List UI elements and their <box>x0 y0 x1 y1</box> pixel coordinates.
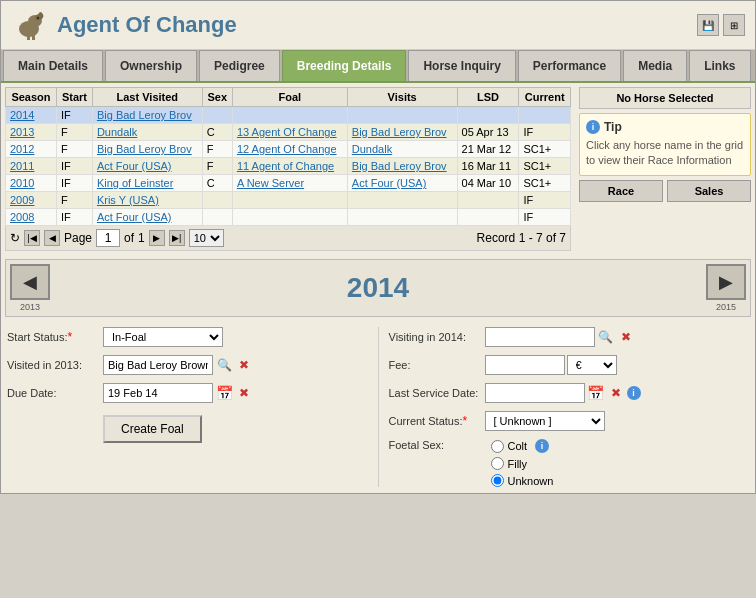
settings-icon-btn[interactable]: ⊞ <box>723 14 745 36</box>
last-page-btn[interactable]: ▶| <box>169 230 185 246</box>
tab-horse-inquiry[interactable]: Horse Inquiry <box>408 50 515 81</box>
foetal-sex-label: Foetal Sex: <box>389 439 479 451</box>
page-label: Page <box>64 231 92 245</box>
visiting-search-icon[interactable]: 🔍 <box>597 328 615 346</box>
info-icon: i <box>586 120 600 134</box>
tab-breeding-details[interactable]: Breeding Details <box>282 50 407 81</box>
svg-rect-4 <box>32 33 35 40</box>
radio-group: Colt i Filly Unknown <box>491 439 554 487</box>
col-season[interactable]: Season <box>6 88 57 107</box>
colt-radio[interactable] <box>491 440 504 453</box>
table-row: 2011IFAct Four (USA)F11 Agent of ChangeB… <box>6 158 571 175</box>
lsd-row: Last Service Date: 📅 ✖ i <box>389 383 750 403</box>
race-btn[interactable]: Race <box>579 180 663 202</box>
lsd-calendar-icon[interactable]: 📅 <box>587 384 605 402</box>
due-date-delete-icon[interactable]: ✖ <box>235 384 253 402</box>
prev-page-btn[interactable]: ◀ <box>44 230 60 246</box>
due-date-label: Due Date: <box>7 387 97 399</box>
grid-header-row: Season Start Last Visited Sex Foal Visit… <box>6 88 571 107</box>
tab-performance[interactable]: Performance <box>518 50 621 81</box>
tab-links[interactable]: Links <box>689 50 750 81</box>
fee-row: Fee: € £ $ <box>389 355 750 375</box>
next-year-label: 2015 <box>716 302 736 312</box>
form-divider <box>378 327 379 487</box>
current-status-select[interactable]: [ Unknown ] IF SC1+ F <box>485 411 605 431</box>
current-year-display: 2014 <box>50 272 706 304</box>
unknown-radio-row: Unknown <box>491 474 554 487</box>
content-area: Season Start Last Visited Sex Foal Visit… <box>1 83 755 255</box>
create-foal-btn[interactable]: Create Foal <box>103 415 202 443</box>
nav-tabs: Main Details Ownership Pedigree Breeding… <box>1 50 755 83</box>
sales-btn[interactable]: Sales <box>667 180 751 202</box>
right-panel: No Horse Selected i Tip Click any horse … <box>575 83 755 255</box>
visiting-delete-icon[interactable]: ✖ <box>617 328 635 346</box>
due-date-input[interactable] <box>103 383 213 403</box>
tab-ownership[interactable]: Ownership <box>105 50 197 81</box>
unknown-label: Unknown <box>508 475 554 487</box>
start-status-row: Start Status:* In-Foal Barren Dead <box>7 327 368 347</box>
per-page-select[interactable]: 10 20 50 <box>189 229 224 247</box>
tab-main-details[interactable]: Main Details <box>3 50 103 81</box>
page-input[interactable] <box>96 229 120 247</box>
col-lsd[interactable]: LSD <box>457 88 519 107</box>
visiting-label: Visiting in 2014: <box>389 331 479 343</box>
colt-label: Colt <box>508 440 528 452</box>
first-page-btn[interactable]: |◀ <box>24 230 40 246</box>
visiting-input[interactable] <box>485 327 595 347</box>
horse-logo-icon <box>11 7 47 43</box>
tab-pedigree[interactable]: Pedigree <box>199 50 280 81</box>
lsd-delete-icon[interactable]: ✖ <box>607 384 625 402</box>
fee-currency-select[interactable]: € £ $ <box>567 355 617 375</box>
current-status-row: Current Status:* [ Unknown ] IF SC1+ F <box>389 411 750 431</box>
no-horse-label: No Horse Selected <box>579 87 751 109</box>
fee-input[interactable] <box>485 355 565 375</box>
calendar-icon[interactable]: 📅 <box>215 384 233 402</box>
foetal-colt-info-icon[interactable]: i <box>535 439 549 453</box>
lsd-info-icon[interactable]: i <box>627 386 641 400</box>
table-row: 2013FDundalkC13 Agent Of ChangeBig Bad L… <box>6 124 571 141</box>
race-sales-btns: Race Sales <box>579 180 751 202</box>
header-icons: 💾 ⊞ <box>697 14 745 36</box>
col-visits[interactable]: Visits <box>347 88 457 107</box>
visited-delete-icon[interactable]: ✖ <box>235 356 253 374</box>
form-left-col: Start Status:* In-Foal Barren Dead Visit… <box>7 327 368 487</box>
lsd-input[interactable] <box>485 383 585 403</box>
main-container: Agent Of Change 💾 ⊞ Main Details Ownersh… <box>0 0 756 494</box>
current-status-label: Current Status:* <box>389 414 479 428</box>
year-nav: ◀ 2013 2014 ▶ 2015 <box>5 259 751 317</box>
fee-group: € £ $ <box>485 355 617 375</box>
table-row: 2014IFBig Bad Leroy Brov <box>6 107 571 124</box>
col-sex[interactable]: Sex <box>202 88 232 107</box>
record-count: Record 1 - 7 of 7 <box>477 231 566 245</box>
next-year-btn[interactable]: ▶ <box>706 264 746 300</box>
lsd-group: 📅 ✖ i <box>485 383 641 403</box>
col-last-visited[interactable]: Last Visited <box>92 88 202 107</box>
visited-search-icon[interactable]: 🔍 <box>215 356 233 374</box>
filly-radio[interactable] <box>491 457 504 470</box>
visiting-group: 🔍 ✖ <box>485 327 635 347</box>
save-icon-btn[interactable]: 💾 <box>697 14 719 36</box>
table-row: 2008IFAct Four (USA)IF <box>6 209 571 226</box>
fee-label: Fee: <box>389 359 479 371</box>
prev-year-btn[interactable]: ◀ <box>10 264 50 300</box>
tip-box: i Tip Click any horse name in the grid t… <box>579 113 751 176</box>
col-current[interactable]: Current <box>519 88 571 107</box>
next-page-btn[interactable]: ▶ <box>149 230 165 246</box>
visited-group: 🔍 ✖ <box>103 355 253 375</box>
col-start[interactable]: Start <box>56 88 92 107</box>
unknown-radio[interactable] <box>491 474 504 487</box>
foetal-sex-group: Colt i Filly Unknown <box>485 439 554 487</box>
start-status-group: In-Foal Barren Dead <box>103 327 223 347</box>
tab-media[interactable]: Media <box>623 50 687 81</box>
start-status-label: Start Status:* <box>7 330 97 344</box>
visited-label: Visited in 2013: <box>7 359 97 371</box>
col-foal[interactable]: Foal <box>232 88 347 107</box>
colt-radio-row: Colt i <box>491 439 554 453</box>
visited-input[interactable] <box>103 355 213 375</box>
start-status-select[interactable]: In-Foal Barren Dead <box>103 327 223 347</box>
tip-label: Tip <box>604 120 622 134</box>
create-foal-row: Create Foal <box>7 411 368 443</box>
current-status-group: [ Unknown ] IF SC1+ F <box>485 411 605 431</box>
breeding-grid: Season Start Last Visited Sex Foal Visit… <box>5 87 571 226</box>
refresh-icon[interactable]: ↻ <box>10 231 20 245</box>
